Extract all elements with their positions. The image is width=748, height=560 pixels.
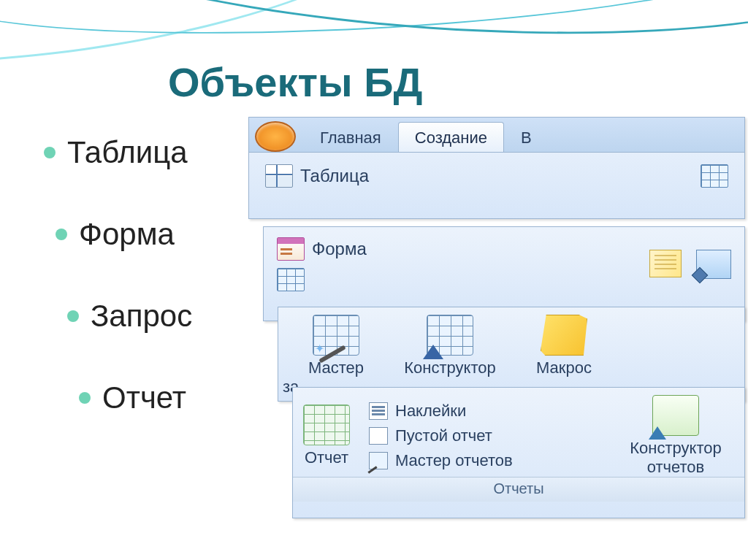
wizard-icon: [313, 315, 359, 356]
button-label: Конструктор отчетов: [617, 439, 734, 477]
button-label: Мастер отчетов: [395, 451, 513, 470]
bullet-icon: [79, 392, 91, 404]
button-label: Пустой отчет: [395, 426, 492, 445]
ribbon-fragment-tabs: Главная Создание В Таблица: [248, 117, 745, 219]
grid-icon[interactable]: [277, 268, 305, 291]
button-label: Наклейки: [395, 402, 466, 421]
office-button-icon[interactable]: [255, 121, 296, 152]
tab-create[interactable]: Создание: [398, 122, 504, 152]
macro-button[interactable]: Макрос: [516, 315, 611, 377]
designer-icon: [427, 315, 473, 356]
query-designer-button[interactable]: Конструктор: [402, 315, 497, 377]
table-icon: [265, 164, 293, 188]
bullet-text: Запрос: [91, 299, 192, 334]
button-label: Отчет: [305, 448, 348, 467]
tab-home[interactable]: Главная: [303, 122, 398, 152]
form-button[interactable]: Форма: [277, 237, 367, 261]
bullet-text: Таблица: [67, 135, 188, 170]
button-label: Мастер: [308, 358, 364, 377]
button-label: Форма: [312, 239, 367, 259]
report-designer-icon: [652, 395, 699, 436]
form-icon: [277, 237, 305, 261]
labels-icon: [369, 402, 388, 420]
blank-report-button[interactable]: Пустой отчет: [369, 426, 513, 445]
report-wizard-button[interactable]: Мастер отчетов: [369, 451, 513, 470]
report-button[interactable]: Отчет: [303, 404, 350, 467]
bullet-text: Форма: [79, 217, 175, 252]
list-item: Запрос: [67, 299, 192, 334]
list-item: Таблица: [44, 135, 192, 170]
bullet-icon: [67, 310, 79, 322]
bullet-icon: [44, 147, 56, 158]
button-label: Таблица: [300, 166, 369, 186]
labels-button[interactable]: Наклейки: [369, 402, 513, 421]
ribbon-fragment-reports: Отчет Наклейки Пустой отчет Мастер отчет…: [292, 387, 745, 518]
blank-report-icon: [369, 427, 388, 445]
list-item: Форма: [56, 217, 192, 252]
ribbon-group-label: Отчеты: [293, 477, 744, 502]
report-wizard-icon: [369, 452, 388, 469]
grid-icon[interactable]: [701, 164, 728, 188]
tab-cutoff[interactable]: В: [504, 122, 549, 152]
form-layout-icon[interactable]: [696, 250, 731, 279]
query-wizard-button[interactable]: Мастер: [289, 315, 383, 377]
slide-title: Объекты БД: [168, 58, 422, 106]
bullet-text: Отчет: [102, 380, 186, 415]
bullet-icon: [56, 229, 67, 240]
report-options-list: Наклейки Пустой отчет Мастер отчетов: [369, 402, 513, 470]
list-item: Отчет: [79, 380, 192, 415]
button-label: Конструктор: [404, 358, 495, 377]
table-button[interactable]: Таблица: [265, 164, 369, 188]
macro-icon: [541, 315, 587, 356]
report-icon: [303, 404, 350, 445]
ribbon-tabbar: Главная Создание В: [249, 118, 744, 153]
bullet-list: Таблица Форма Запрос Отчет: [44, 135, 192, 462]
button-label: Макрос: [536, 358, 592, 377]
pivot-chart-icon[interactable]: [649, 250, 682, 277]
report-designer-button[interactable]: Конструктор отчетов: [617, 395, 734, 477]
